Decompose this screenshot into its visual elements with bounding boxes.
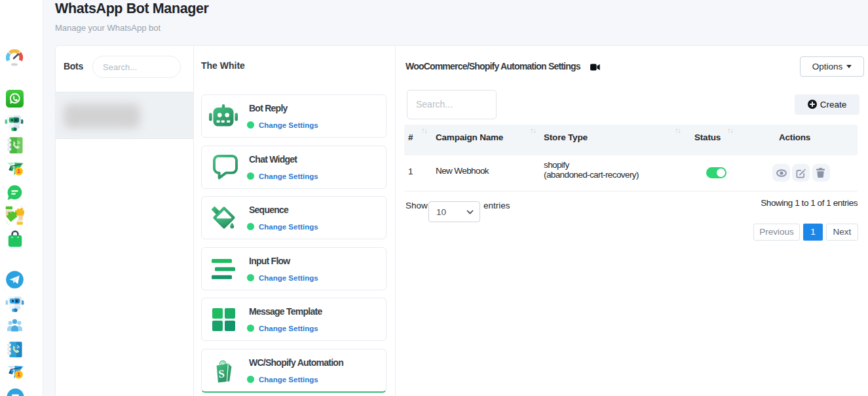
svg-text:1: 1 — [17, 168, 20, 174]
svg-text:1: 1 — [17, 371, 20, 378]
svg-text:S: S — [218, 367, 225, 380]
